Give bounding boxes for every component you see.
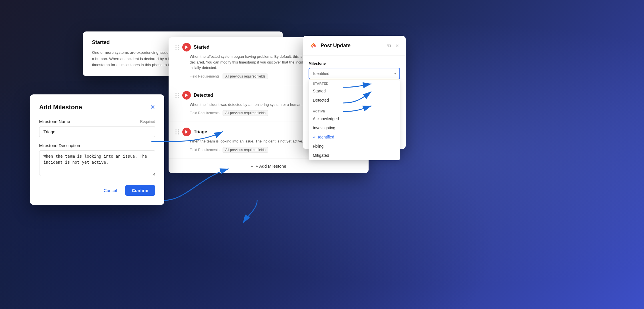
post-update-title: Post Update [321, 43, 383, 49]
svg-marker-1 [185, 94, 188, 97]
drag-handle-detected[interactable] [175, 93, 179, 98]
dialog-footer: Cancel Confirm [39, 185, 155, 196]
milestone-dropdown-menu: Started Started Detected Active Acknowle… [309, 79, 400, 160]
item-label: Fixing [313, 144, 323, 148]
app-logo [309, 41, 318, 50]
dropdown-item-investigating[interactable]: Investigating [309, 123, 400, 132]
add-milestone-label: + Add Milestone [256, 164, 286, 169]
milestone-description-group: Milestone Description When the team is l… [39, 143, 155, 177]
item-label: Acknowledged [313, 116, 339, 121]
group-label-started: Started [309, 80, 400, 86]
dropdown-item-mitigated[interactable]: Mitigated [309, 151, 400, 160]
dropdown-item-acknowledged[interactable]: Acknowledged [309, 114, 400, 123]
group-label-active: Active [309, 107, 400, 114]
milestone-field-label: Milestone [309, 61, 400, 66]
add-icon: + [251, 164, 253, 169]
milestone-description-input[interactable]: When the team is looking into an issue. … [39, 150, 155, 176]
milestone-name-label: Milestone Name [39, 119, 70, 124]
drag-handle-triage[interactable] [175, 129, 179, 134]
dropdown-item-started[interactable]: Started [309, 86, 400, 96]
dropdown-item-detected[interactable]: Detected [309, 96, 400, 105]
item-label: Investigating [313, 126, 335, 130]
milestone-icon-triage [182, 128, 191, 136]
milestone-dropdown-wrapper: Milestone Started Detected Acknowledged … [309, 68, 400, 79]
dropdown-item-fixing[interactable]: Fixing [309, 142, 400, 151]
post-update-header-actions: ⧉ ✕ [386, 42, 400, 49]
milestone-dropdown[interactable]: Milestone Started Detected Acknowledged … [309, 68, 400, 79]
dialog-title: Add Milestone [39, 104, 82, 111]
milestone-icon-detected [182, 91, 191, 100]
svg-marker-0 [185, 45, 188, 49]
milestone-name-input[interactable] [39, 126, 155, 137]
copy-icon-button[interactable]: ⧉ [386, 42, 392, 49]
confirm-button[interactable]: Confirm [125, 185, 155, 196]
item-label: Mitigated [313, 153, 329, 158]
close-panel-button[interactable]: ✕ [394, 42, 400, 49]
milestone-icon-started [182, 43, 191, 52]
item-label: Identified [318, 135, 334, 139]
drag-handle-started[interactable] [175, 45, 179, 50]
check-icon: ✓ [313, 135, 316, 139]
svg-marker-2 [185, 130, 188, 134]
post-update-body: Milestone Milestone Started Detected Ack… [303, 56, 406, 130]
milestone-name-group: Milestone Name Required [39, 119, 155, 137]
cancel-button[interactable]: Cancel [99, 185, 122, 196]
required-badge: Required [140, 119, 155, 124]
milestone-description-label: Milestone Description [39, 143, 80, 148]
post-update-header: Post Update ⧉ ✕ [303, 36, 406, 56]
item-label: Detected [313, 98, 329, 102]
add-milestone-dialog: Add Milestone ✕ Milestone Name Required … [30, 94, 164, 205]
dropdown-divider [309, 106, 400, 106]
item-label: Started [313, 89, 326, 93]
post-update-panel: Post Update ⧉ ✕ Milestone Milestone Star… [303, 36, 406, 149]
dialog-header: Add Milestone ✕ [39, 104, 155, 111]
dialog-close-button[interactable]: ✕ [150, 104, 155, 110]
dropdown-item-identified[interactable]: ✓ Identified [309, 132, 400, 142]
add-milestone-button[interactable]: + + Add Milestone [169, 159, 369, 173]
